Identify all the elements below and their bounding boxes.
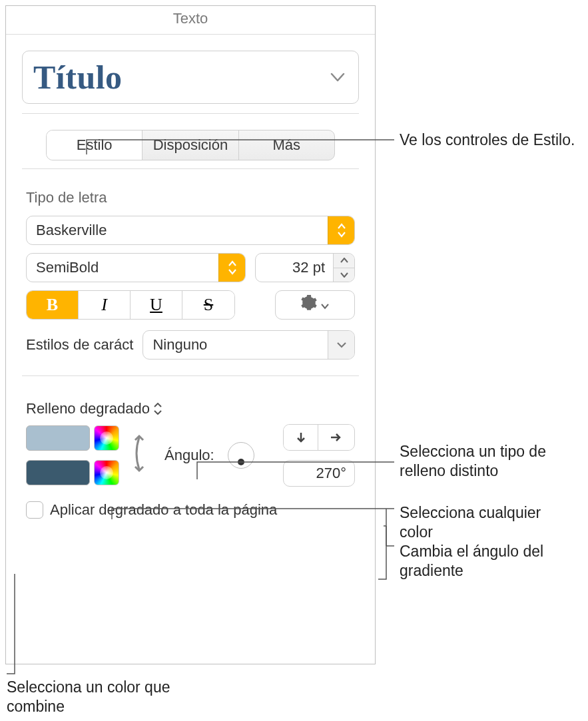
callout-style: Ve los controles de Estilo. [400,130,575,150]
callout-matchcolor: Selecciona un color que combine [7,678,180,716]
callout-anycolor: Selecciona cualquier color [400,503,573,542]
callout-angle: Cambia el ángulo del gradiente [400,542,573,581]
callout-filltype: Selecciona un tipo de relleno distinto [400,442,573,481]
